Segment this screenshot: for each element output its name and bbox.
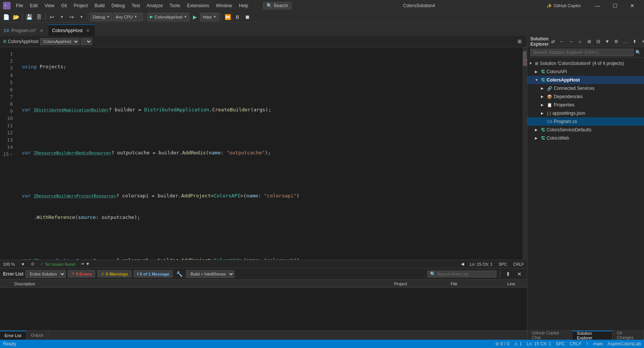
menu-test[interactable]: Test [129,2,143,9]
error-count-btn[interactable]: ✕ 0 Errors [68,270,95,277]
line-gutter-7: 7 [3,93,13,100]
toolbar-separator-3 [88,13,88,21]
error-scope-dropdown[interactable]: Entire Solution [26,270,66,278]
se-close-btn[interactable]: ✕ [639,37,644,46]
editor-scrollbar-thumb[interactable] [523,51,527,66]
tree-item-connected-services[interactable]: ▶ 🔗 Connected Services [527,84,644,92]
redo-btn[interactable]: ↪ [67,12,76,22]
se-forward-btn[interactable]: → [567,37,575,46]
error-panel-close-btn[interactable]: ✕ [515,269,524,279]
menu-build[interactable]: Build [92,2,108,9]
maximize-button[interactable]: ☐ [606,0,624,11]
se-expand-btn[interactable]: ⊞ [585,37,593,46]
save-all-btn[interactable]: 🗄 [34,12,43,22]
menu-edit[interactable]: Edit [27,2,41,9]
redo-dropdown-btn[interactable]: ▼ [77,12,86,22]
filter-btn[interactable]: 🔧 [175,269,184,279]
tab-close-colors-app-host[interactable]: × [85,28,91,34]
menu-help[interactable]: Help [236,2,251,9]
bottom-tab-bar: Error List Output [0,330,527,340]
cpu-config-dropdown[interactable]: Any CPU ▼ [113,13,143,21]
dependencies-icon: 📦 [547,94,552,99]
tab-program-cs[interactable]: C# Program.cs* × [0,25,48,36]
menu-project[interactable]: Project [71,2,91,9]
right-tab-solution-explorer[interactable]: Solution Explorer [572,331,612,340]
tree-item-colors-app-host[interactable]: ▼ 🏗 ColorsAppHost [527,76,644,84]
se-more-btn[interactable]: … [621,37,630,46]
menu-file[interactable]: File [13,2,26,9]
code-editor[interactable]: using Projects; var IDistributedApplicat… [19,47,522,260]
menu-window[interactable]: Window [213,2,235,9]
minimize-button[interactable]: — [589,0,606,11]
menu-debug[interactable]: Debug [108,2,128,9]
se-home-btn[interactable]: ⌂ [576,37,584,46]
tree-item-program-cs[interactable]: C# Program.cs [527,117,644,126]
debug-config-dropdown[interactable]: Debug ▼ [90,13,112,21]
col-project[interactable]: Project [391,282,448,286]
editor-header: ⊞ ColorsAppHost ColorsAppHost ⊞ [0,36,527,47]
menu-analyze[interactable]: Analyze [144,2,166,9]
se-filter-btn[interactable]: ▼ [603,37,612,46]
tab-close-program[interactable]: × [39,28,45,34]
zoom-dropdown[interactable]: ▼ [21,262,25,266]
solution-explorer-search[interactable]: 🔍 [527,47,644,58]
menu-view[interactable]: View [42,2,57,9]
close-button[interactable]: ✕ [624,0,641,11]
stop-btn[interactable]: ⏹ [243,12,252,22]
error-search-box[interactable]: 🔍 [427,271,496,277]
se-search-input[interactable] [530,49,634,56]
breadcrumb-left-select[interactable]: ColorsAppHost [40,38,79,45]
pause-btn[interactable]: ⏸ [233,12,242,22]
url-dropdown[interactable]: https ▼ [200,13,219,21]
editor-scrollbar[interactable] [522,47,527,260]
new-project-btn[interactable]: 📄 [2,12,11,22]
error-search-input[interactable] [437,272,494,276]
tree-item-properties[interactable]: ▶ 📋 Properties [527,101,644,109]
breadcrumb-right-select[interactable] [81,38,92,45]
col-description[interactable]: Description [11,282,391,286]
se-back-btn[interactable]: ← [558,37,566,46]
error-panel-float-btn[interactable]: ⬆ [504,269,513,279]
right-tab-copilot[interactable]: GitHub Copilot Chat [527,331,572,340]
menu-tools[interactable]: Tools [166,2,183,9]
line-gutter-15[interactable]: 15✏ [3,151,13,158]
se-settings-btn[interactable]: ⚙ [612,37,621,46]
undo-dropdown-btn[interactable]: ▼ [57,12,66,22]
copilot-button[interactable]: ✨ GitHub Copilot [544,3,584,9]
run-btn[interactable]: ▶ [190,12,199,22]
menu-extensions[interactable]: Extensions [184,2,212,9]
open-btn[interactable]: 📂 [11,12,20,22]
tree-item-appsettings[interactable]: ▶ { } appsettings.json [527,109,644,117]
actions-btn[interactable]: ✏ ▼ [81,262,90,266]
tree-solution-root[interactable]: ▼ ⊞ Solution 'ColorsSolution4' (4 of 4 p… [527,59,644,68]
col-line[interactable]: Line [504,282,527,286]
global-search[interactable]: 🔍 Search [263,2,291,9]
line-gutter-1: 1 [3,50,13,57]
se-collapse-btn[interactable]: ⊟ [594,37,602,46]
message-count-btn[interactable]: ℹ 0 of 1 Message [134,270,173,277]
scroll-left-btn[interactable]: ◀ [461,262,464,266]
undo-btn[interactable]: ↩ [48,12,57,22]
se-float-btn[interactable]: ⬆ [630,37,639,46]
run-target-dropdown[interactable]: ▶ ColorsAppHost ▼ [147,13,190,21]
save-btn[interactable]: 💾 [25,12,34,22]
right-tab-git-changes[interactable]: Git Changes [612,331,644,340]
bottom-tab-output[interactable]: Output [26,331,48,340]
bottom-tab-error-list[interactable]: Error List [0,331,26,340]
zoom-reset-btn[interactable]: ⊙ [31,262,34,266]
build-scope-dropdown[interactable]: Build + IntelliSense [186,270,234,278]
tab-colors-app-host[interactable]: ColorsAppHost × [48,25,95,36]
editor-status-bar: 100 % ▼ ⊙ ✓ No issues found ✏ ▼ ◀ Ln: 15… [0,260,527,268]
tree-item-dependencies[interactable]: ▶ 📦 Dependencies [527,92,644,101]
tree-item-colors-api[interactable]: ▶ 🏗 ColorsAPI [527,68,644,76]
status-ready: Ready [3,341,16,346]
split-editor-btn[interactable]: ⊞ [515,37,524,46]
se-sync-btn[interactable]: ⇄ [549,37,557,46]
warning-count-btn[interactable]: ⚠ 0 Warnings [97,270,131,277]
step-into-btn[interactable]: ⏩ [223,12,232,22]
tree-item-colors-web[interactable]: ▶ 🏗 ColorsWeb [527,134,644,142]
status-right: ⊘ 0 / 0 ⚠ 1 Ln: 15 Ch: 1 SPC CRLF ⑂ main… [495,341,641,346]
col-file[interactable]: File [448,282,504,286]
tree-item-colors-service-defaults[interactable]: ▶ 🏗 ColorsServiceDefaults [527,126,644,134]
menu-git[interactable]: Git [58,2,70,9]
